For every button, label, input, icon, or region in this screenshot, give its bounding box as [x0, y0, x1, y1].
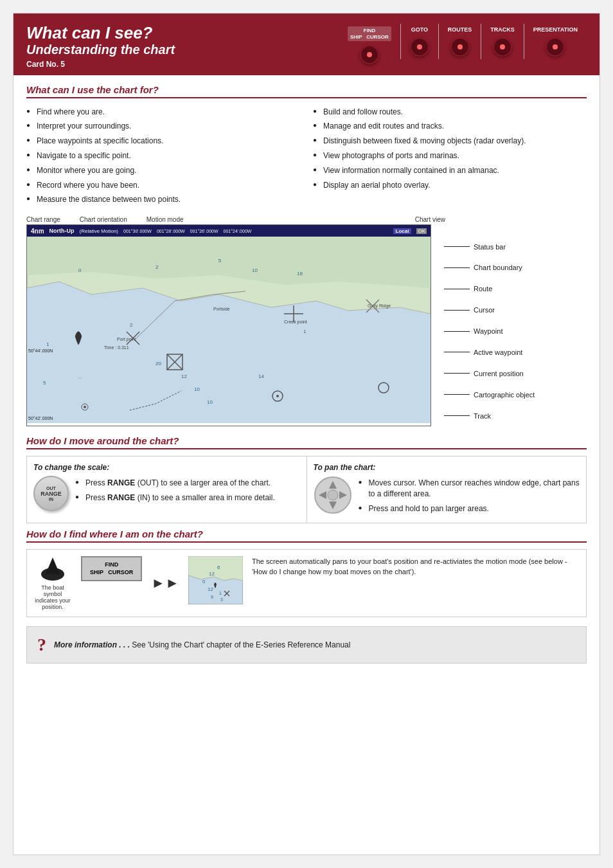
right-bullet-list: Build and follow routes. Manage and edit…	[313, 105, 587, 193]
svg-text:12: 12	[209, 571, 215, 577]
svg-text:0: 0	[202, 579, 206, 584]
annotation-label: Status bar	[474, 243, 506, 251]
svg-text:20: 20	[155, 361, 161, 366]
list-item: Place waypoints at specific locations.	[26, 134, 300, 149]
annotation-label: Cursor	[474, 306, 495, 314]
list-item: Manage and edit routes and tracks.	[313, 119, 587, 134]
mini-chart-svg: 6 12 0 12 1 9 3	[188, 556, 243, 604]
tab-routes[interactable]: ROUTES	[438, 24, 481, 59]
annotation-status-bar: Status bar	[444, 243, 573, 251]
section-find: How do I find where I am on the chart? T…	[26, 529, 587, 617]
status-coord1: 001°30'.000W	[123, 229, 152, 233]
find-description: The screen automatically pans to your bo…	[252, 556, 580, 577]
boat-label: The boat symbol indicates your position.	[33, 584, 72, 610]
section-chart-use: What can I use the chart for? Find where…	[26, 84, 587, 208]
more-info-label: More information . . .	[54, 640, 130, 649]
svg-text:Portside: Portside	[213, 307, 230, 311]
tab-goto-button[interactable]	[410, 37, 429, 57]
svg-text:1: 1	[219, 591, 222, 595]
annotation-label: Active waypoint	[474, 348, 522, 356]
list-item: Press RANGE (OUT) to see a larger area o…	[75, 476, 275, 491]
tab-presentation[interactable]: PRESENTATION	[524, 24, 587, 59]
svg-text:10: 10	[207, 399, 213, 405]
svg-text:3: 3	[220, 597, 223, 602]
svg-text:14: 14	[258, 374, 264, 379]
svg-text:18: 18	[297, 271, 303, 276]
page-subtitle: Understanding the chart	[26, 42, 175, 57]
list-item: Distinguish between fixed & moving objec…	[313, 134, 587, 149]
svg-text:12: 12	[181, 374, 187, 379]
annotation-line	[444, 310, 470, 311]
annotation-line	[444, 352, 470, 352]
range-out-label: OUT	[46, 486, 56, 491]
status-view: Local	[393, 228, 412, 234]
annotation-line	[444, 246, 470, 247]
annotation-label: Route	[474, 285, 492, 293]
annotation-current-position: Current position	[444, 370, 573, 377]
annotation-line	[444, 331, 470, 332]
chart-annotations: Status bar Chart boundary Route Cursor	[444, 224, 573, 426]
tab-routes-button[interactable]	[450, 37, 470, 57]
annotation-line	[444, 415, 470, 416]
chart-view-label: Chart view	[415, 216, 587, 223]
svg-text:12: 12	[208, 586, 213, 592]
status-ok: OK	[416, 228, 427, 234]
svg-text:5: 5	[218, 258, 222, 264]
annotation-label: Current position	[474, 370, 524, 377]
annotation-line	[444, 373, 470, 374]
annotation-label: Cartographic object	[474, 391, 535, 399]
annotation-label: Track	[474, 412, 491, 420]
tab-tracks[interactable]: TRACKS	[481, 24, 524, 59]
svg-text:50°42'.000N: 50°42'.000N	[28, 416, 53, 420]
tab-goto[interactable]: GOTO	[400, 24, 438, 59]
chart-svg: 5 10 18 2 0 2 20 12 10 10 14 1 1	[27, 237, 431, 423]
status-coord3: 001°26'.000W	[190, 229, 218, 233]
scale-column: To change the scale: OUT RANGE IN Press …	[27, 457, 307, 522]
tab-tracks-button[interactable]	[493, 37, 512, 57]
list-item: Interpret your surroundings.	[26, 119, 300, 134]
annotation-route: Route	[444, 285, 573, 293]
left-bullet-list: Find where you are. Interpret your surro…	[26, 105, 300, 208]
list-item: Press RANGE (IN) to see a smaller area i…	[75, 491, 275, 505]
svg-point-36	[84, 406, 86, 408]
tab-presentation-label: PRESENTATION	[533, 26, 578, 33]
chart-orientation-label: Chart orientation	[80, 216, 127, 223]
card-number: Card No. 5	[26, 60, 175, 69]
chart-range-label: Chart range	[26, 216, 60, 223]
svg-text:10: 10	[252, 267, 258, 273]
annotation-line	[444, 394, 470, 395]
find-ship-line1: FIND	[90, 561, 133, 569]
pan-bullets: Moves cursor. When cursor reaches window…	[359, 476, 580, 516]
scale-bullets: Press RANGE (OUT) to see a larger area o…	[75, 476, 275, 505]
svg-text:10: 10	[194, 386, 200, 392]
chart-use-columns: Find where you are. Interpret your surro…	[26, 105, 587, 208]
section-move: How do I move around the chart? To chang…	[26, 435, 587, 523]
pan-button-group	[314, 476, 352, 514]
pan-svg[interactable]	[314, 476, 352, 514]
tab-goto-label: GOTO	[411, 26, 428, 33]
range-button-group: OUT RANGE IN	[33, 476, 69, 511]
tab-presentation-button[interactable]	[546, 37, 565, 57]
tab-find-ship-cursor-button[interactable]	[360, 45, 379, 64]
range-button[interactable]: OUT RANGE IN	[33, 476, 69, 511]
svg-text:0: 0	[78, 267, 82, 273]
annotation-track: Track	[444, 412, 573, 420]
scale-content: OUT RANGE IN Press RANGE (OUT) to see a …	[33, 476, 300, 511]
header: What can I see? Understanding the chart …	[13, 14, 600, 75]
find-ship-group: FIND SHIP CURSOR	[81, 556, 142, 581]
annotation-cursor: Cursor	[444, 306, 573, 314]
main-content: What can I use the chart for? Find where…	[13, 75, 600, 673]
section2-title: How do I move around the chart?	[26, 435, 587, 449]
chart-use-left: Find where you are. Interpret your surro…	[26, 105, 300, 208]
find-ship-button[interactable]: FIND SHIP CURSOR	[81, 556, 142, 581]
chart-top-labels: Chart range Chart orientation Motion mod…	[26, 216, 587, 223]
tab-find-ship-cursor[interactable]: FIND SHIP CURSOR	[339, 24, 400, 67]
section3-title: How do I find where I am on the chart?	[26, 529, 587, 543]
range-in-label: IN	[49, 497, 53, 502]
chart-motion-label: Motion mode	[147, 216, 184, 223]
list-item: View photographs of ports and marinas.	[313, 149, 587, 163]
pan-column: To pan the chart:	[307, 457, 587, 522]
pan-title: To pan the chart:	[314, 463, 580, 472]
annotation-cartographic: Cartographic object	[444, 391, 573, 399]
status-range: 4nm	[31, 228, 44, 235]
